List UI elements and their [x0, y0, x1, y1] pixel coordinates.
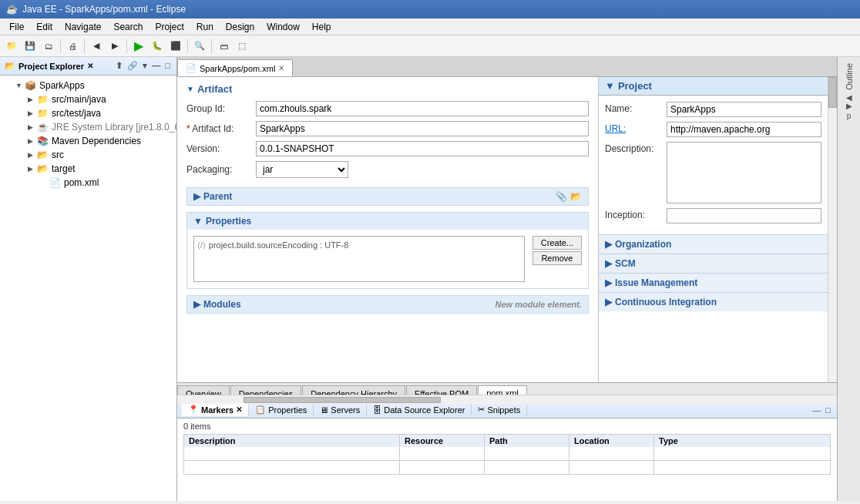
- ci-header[interactable]: ▶ Continuous Integration: [599, 293, 828, 311]
- artifact-packaging-select[interactable]: jar war pom: [256, 161, 348, 178]
- menu-run[interactable]: Run: [190, 20, 220, 34]
- toolbar-run-btn[interactable]: ▶: [130, 38, 147, 55]
- ci-label: Continuous Integration: [615, 297, 717, 307]
- properties-remove-btn[interactable]: Remove: [532, 251, 582, 265]
- bp-tab-markers-label: Markers: [201, 405, 233, 415]
- toolbar-perspectives-btn[interactable]: ⬚: [233, 38, 250, 55]
- bp-tab-markers[interactable]: 📍 Markers ✕: [182, 403, 249, 416]
- menu-edit[interactable]: Edit: [30, 20, 59, 34]
- maximize-icon[interactable]: □: [163, 60, 172, 72]
- title-bar-icon: ☕: [6, 4, 18, 15]
- title-bar-title: Java EE - SparkApps/pom.xml - Eclipse: [22, 4, 186, 15]
- toolbar-save-all-btn[interactable]: 🗂: [40, 38, 57, 55]
- project-section-arrow[interactable]: ▼: [605, 80, 615, 92]
- toolbar-window-btn[interactable]: 🗃: [215, 38, 232, 55]
- parent-open-icon[interactable]: 📂: [570, 191, 582, 202]
- tree-item-sparkApps[interactable]: ▼ 📦 SparkApps: [0, 79, 176, 92]
- bottom-content: 0 items Description Resource Path Locati…: [177, 418, 837, 501]
- menu-file[interactable]: File: [3, 20, 30, 34]
- tab-close-pom[interactable]: ✕: [278, 64, 284, 72]
- bp-tab-properties[interactable]: 📋 Properties: [249, 403, 314, 416]
- tree-item-target[interactable]: ▶ 📂 target: [0, 162, 176, 176]
- menu-design[interactable]: Design: [220, 20, 260, 34]
- outline-expand-icon[interactable]: p: [847, 112, 852, 120]
- toolbar-search-btn[interactable]: 🔍: [191, 38, 208, 55]
- properties-section-header[interactable]: ▼ Properties: [187, 213, 588, 230]
- bp-tab-snippets[interactable]: ✂ Snippets: [472, 403, 527, 416]
- src-folder-icon: 📁: [37, 94, 49, 105]
- collapse-all-icon[interactable]: ⬆: [114, 60, 124, 72]
- expand-arrow-jre[interactable]: ▶: [28, 123, 37, 131]
- expand-arrow-src[interactable]: ▶: [28, 151, 37, 159]
- menu-navigate[interactable]: Navigate: [59, 20, 107, 34]
- toolbar-new-btn[interactable]: 📁: [3, 38, 20, 55]
- project-explorer-close-icon[interactable]: ✕: [87, 62, 93, 70]
- bp-tab-servers[interactable]: 🖥 Servers: [314, 403, 367, 416]
- menu-search[interactable]: Search: [107, 20, 149, 34]
- project-name-input[interactable]: [667, 102, 821, 117]
- artifact-artifactid-input[interactable]: [256, 121, 589, 136]
- properties-create-btn[interactable]: Create...: [532, 236, 582, 250]
- tree-item-jre[interactable]: ▶ ☕ JRE System Library [jre1.8.0_66]: [0, 120, 176, 134]
- project-section-header: ▼ Project: [599, 77, 828, 96]
- properties-section-label: Properties: [206, 216, 251, 227]
- tab-pom-label: SparkApps/pom.xml: [200, 64, 275, 73]
- tree-label-sparkApps: SparkApps: [39, 80, 85, 91]
- outline-left-arrow[interactable]: ◀: [846, 93, 852, 102]
- target-icon: 📂: [37, 163, 49, 174]
- markers-close-icon[interactable]: ✕: [236, 405, 242, 414]
- artifact-section-header: ▼ Artifact: [186, 83, 589, 95]
- expand-arrow-srctestjava[interactable]: ▶: [28, 109, 37, 117]
- tree-item-maven-deps[interactable]: ▶ 📚 Maven Dependencies: [0, 134, 176, 148]
- bp-tab-datasource[interactable]: 🗄 Data Source Explorer: [367, 403, 472, 416]
- view-menu-icon[interactable]: ▾: [141, 60, 149, 72]
- menu-window[interactable]: Window: [260, 20, 306, 34]
- bottom-maximize-icon[interactable]: □: [824, 405, 832, 415]
- title-bar: ☕ Java EE - SparkApps/pom.xml - Eclipse: [0, 0, 860, 18]
- tree-item-pom[interactable]: ▶ 📄 pom.xml: [0, 176, 176, 190]
- artifact-collapse-arrow[interactable]: ▼: [186, 85, 194, 93]
- expand-arrow-srcmainjava[interactable]: ▶: [28, 96, 37, 103]
- parent-section-header[interactable]: ▶ Parent 📎 📂: [187, 188, 588, 205]
- right-vscroll-thumb[interactable]: [828, 77, 837, 108]
- modules-section-header[interactable]: ▶ Modules New module element.: [187, 296, 588, 313]
- outline-right-arrow[interactable]: ▶: [846, 102, 852, 110]
- toolbar-stop-btn[interactable]: ⬛: [167, 38, 184, 55]
- toolbar-back-btn[interactable]: ◀: [88, 38, 105, 55]
- project-desc-label: Description:: [605, 142, 667, 154]
- artifact-groupid-input[interactable]: [256, 101, 589, 116]
- tree-item-src[interactable]: ▶ 📂 src: [0, 148, 176, 162]
- bp-tab-servers-label: Servers: [331, 405, 360, 415]
- tree-item-srctestjava[interactable]: ▶ 📁 src/test/java: [0, 106, 176, 120]
- toolbar-save-btn[interactable]: 💾: [22, 38, 39, 55]
- project-desc-row: Description:: [605, 142, 821, 203]
- bottom-panel-controls: — □: [811, 405, 832, 415]
- minimize-icon[interactable]: —: [150, 60, 162, 72]
- project-desc-textarea[interactable]: [667, 142, 821, 203]
- toolbar-debug-btn[interactable]: 🐛: [149, 38, 166, 55]
- editor-tab-pom[interactable]: 📄 SparkApps/pom.xml ✕: [177, 59, 293, 76]
- markers-row2-path: [485, 461, 569, 474]
- project-url-input[interactable]: [667, 122, 821, 137]
- issue-management-header[interactable]: ▶ Issue Management: [599, 274, 828, 292]
- project-inception-input[interactable]: [667, 208, 821, 223]
- property-encoding-icon: ⟨/⟩: [197, 241, 206, 250]
- artifact-version-input[interactable]: [256, 141, 589, 156]
- right-vscrollbar[interactable]: [828, 77, 837, 382]
- scm-header[interactable]: ▶ SCM: [599, 254, 828, 273]
- parent-link-icon[interactable]: 📎: [556, 191, 567, 202]
- toolbar-forward-btn[interactable]: ▶: [106, 38, 123, 55]
- markers-row2-res: [400, 461, 485, 474]
- pom-main: ▼ Artifact Group Id: Artifact Id: Ve: [177, 77, 837, 382]
- organization-header[interactable]: ▶ Organization: [599, 235, 828, 254]
- toolbar-print-btn[interactable]: 🖨: [64, 38, 81, 55]
- expand-arrow-sparkApps[interactable]: ▼: [15, 82, 25, 89]
- bottom-minimize-icon[interactable]: —: [811, 405, 822, 415]
- menu-help[interactable]: Help: [306, 20, 338, 34]
- tree-item-srcmainjava[interactable]: ▶ 📁 src/main/java: [0, 92, 176, 106]
- expand-arrow-maven-deps[interactable]: ▶: [28, 137, 37, 145]
- expand-arrow-target[interactable]: ▶: [28, 165, 37, 173]
- link-with-editor-icon[interactable]: 🔗: [126, 60, 139, 72]
- menu-project[interactable]: Project: [149, 20, 190, 34]
- project-url-link[interactable]: URL:: [605, 122, 667, 134]
